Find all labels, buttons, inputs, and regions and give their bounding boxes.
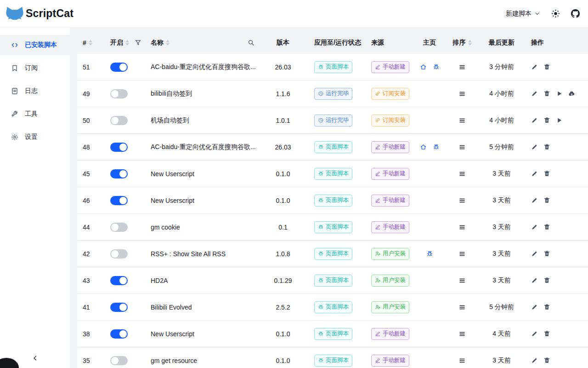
top-bar: ScriptCat 新建脚本 — [0, 0, 588, 28]
edit-action-edit-icon[interactable] — [531, 277, 538, 284]
sidebar-collapse-button[interactable] — [32, 355, 39, 362]
theme-auto-icon[interactable] — [551, 9, 560, 18]
edit-action-edit-icon[interactable] — [531, 63, 538, 70]
cloud-upload-action-cloud-upload-icon[interactable] — [568, 90, 575, 97]
enable-toggle[interactable] — [110, 356, 128, 365]
script-name[interactable]: gm get resource — [151, 357, 197, 364]
edit-action-edit-icon[interactable] — [531, 224, 538, 230]
drag-handle-icon[interactable] — [458, 330, 466, 338]
drag-handle-icon[interactable] — [458, 357, 466, 364]
drag-handle-icon[interactable] — [458, 224, 466, 231]
homepage-bug-icon[interactable] — [433, 63, 440, 70]
delete-action-trash-icon[interactable] — [543, 357, 550, 364]
delete-action-trash-icon[interactable] — [543, 117, 550, 124]
delete-action-trash-icon[interactable] — [543, 277, 550, 284]
script-name[interactable]: gm cookie — [151, 224, 180, 231]
sort-carets-icon[interactable] — [89, 40, 92, 46]
drag-handle-icon[interactable] — [458, 197, 466, 204]
script-name[interactable]: New Userscript — [151, 170, 194, 178]
enable-toggle[interactable] — [110, 169, 128, 178]
script-name[interactable]: AC-baidu-重定向优化百度搜狗谷歌... — [151, 63, 256, 71]
edit-action-edit-icon[interactable] — [531, 304, 538, 310]
homepage-bug-icon[interactable] — [433, 144, 440, 150]
sidebar-item[interactable]: 订阅 — [0, 58, 70, 78]
enable-toggle[interactable] — [110, 303, 128, 312]
sort-carets-icon[interactable] — [125, 40, 129, 46]
edit-action-edit-icon[interactable] — [531, 144, 538, 150]
enable-toggle[interactable] — [110, 329, 128, 339]
edit-action-edit-icon[interactable] — [531, 90, 538, 97]
col-header-updated: 最后更新 — [480, 39, 524, 47]
drag-handle-icon[interactable] — [458, 304, 466, 311]
sort-carets-icon[interactable] — [468, 40, 472, 46]
edit-action-edit-icon[interactable] — [531, 330, 538, 337]
delete-action-trash-icon[interactable] — [543, 330, 550, 337]
enable-toggle[interactable] — [110, 116, 128, 125]
pencil-line-icon — [375, 331, 381, 337]
sort-carets-icon[interactable] — [166, 40, 170, 46]
github-icon[interactable] — [571, 9, 580, 18]
delete-action-trash-icon[interactable] — [543, 197, 550, 204]
script-name[interactable]: bilibili自动签到 — [151, 90, 192, 98]
bug-icon — [318, 144, 324, 150]
delete-action-trash-icon[interactable] — [543, 144, 550, 150]
delete-action-trash-icon[interactable] — [543, 90, 550, 97]
script-version: 26.03 — [261, 144, 305, 151]
script-name[interactable]: 机场自动签到 — [151, 116, 189, 125]
enable-toggle[interactable] — [110, 196, 128, 205]
edit-action-edit-icon[interactable] — [531, 170, 538, 177]
edit-action-edit-icon[interactable] — [531, 197, 538, 204]
homepage-home-icon[interactable] — [420, 63, 427, 70]
drag-handle-icon[interactable] — [458, 250, 466, 258]
drag-handle-icon[interactable] — [458, 170, 466, 178]
sidebar-item[interactable]: 已安装脚本 — [0, 35, 70, 55]
script-name[interactable]: AC-baidu-重定向优化百度搜狗谷歌... — [151, 143, 256, 151]
script-name[interactable]: New Userscript — [151, 197, 194, 204]
script-name[interactable]: HD2A — [151, 277, 168, 284]
col-header-sort[interactable]: 排序 — [445, 39, 480, 47]
sidebar-item[interactable]: 日志 — [0, 81, 70, 101]
play-action-play-icon[interactable] — [556, 117, 563, 124]
delete-action-trash-icon[interactable] — [543, 304, 550, 310]
new-script-button[interactable]: 新建脚本 — [506, 10, 540, 18]
script-name[interactable]: RSS+ : Show Site All RSS — [151, 250, 226, 258]
edit-action-edit-icon[interactable] — [531, 250, 538, 257]
script-name[interactable]: New Userscript — [151, 330, 194, 338]
col-header-enable[interactable]: 开启 — [105, 39, 145, 47]
delete-action-trash-icon[interactable] — [543, 170, 550, 177]
user-add-icon — [375, 251, 381, 257]
sidebar-item[interactable]: 工具 — [0, 104, 70, 124]
enable-toggle[interactable] — [110, 89, 128, 98]
enable-toggle[interactable] — [110, 276, 128, 285]
drag-handle-icon[interactable] — [458, 277, 466, 284]
last-updated: 3 天前 — [480, 250, 524, 258]
drag-handle-icon[interactable] — [458, 90, 466, 98]
row-index: 45 — [77, 170, 105, 178]
delete-action-trash-icon[interactable] — [543, 224, 550, 230]
bug-icon — [318, 251, 324, 257]
enable-toggle[interactable] — [110, 223, 128, 232]
play-action-play-icon[interactable] — [556, 90, 563, 97]
drag-handle-icon[interactable] — [458, 63, 466, 71]
edit-action-edit-icon[interactable] — [531, 357, 538, 364]
delete-action-trash-icon[interactable] — [543, 250, 550, 257]
sidebar-item[interactable]: 设置 — [0, 127, 70, 147]
col-header-index[interactable]: # — [77, 39, 105, 46]
enable-toggle[interactable] — [110, 249, 128, 259]
col-header-name[interactable]: 名称 — [145, 39, 261, 47]
enable-toggle[interactable] — [110, 63, 128, 72]
edit-action-edit-icon[interactable] — [531, 117, 538, 124]
script-name[interactable]: Bilibili Evolved — [151, 304, 192, 311]
source-badge: 手动新建 — [371, 61, 409, 73]
drag-handle-icon[interactable] — [458, 117, 466, 124]
homepage-home-icon[interactable] — [420, 144, 427, 150]
col-header-actions: 操作 — [524, 39, 588, 47]
homepage-bug-icon[interactable] — [426, 250, 433, 257]
sidebar-item-label: 已安装脚本 — [25, 41, 57, 49]
drag-handle-icon[interactable] — [458, 144, 466, 151]
search-icon[interactable] — [248, 39, 254, 46]
filter-icon[interactable] — [135, 39, 141, 46]
delete-action-trash-icon[interactable] — [543, 63, 550, 70]
script-version: 1.0.1 — [261, 117, 305, 124]
enable-toggle[interactable] — [110, 143, 128, 152]
